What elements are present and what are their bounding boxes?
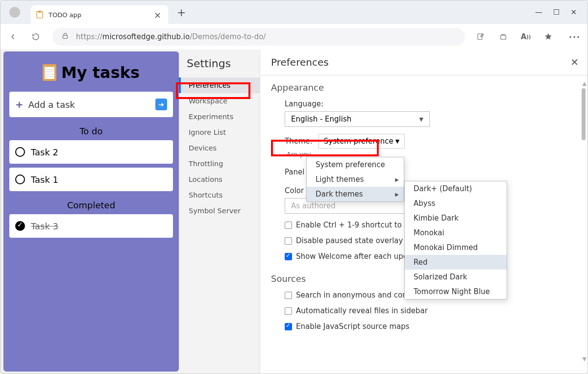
checkbox-reveal[interactable]: Automatically reveal files in sidebar [285,306,577,315]
dark-theme-option[interactable]: Monokai Dimmed [405,240,507,255]
task-label: Task 1 [31,175,58,185]
submenu-caret-icon: ▶ [395,177,399,182]
dark-themes-submenu[interactable]: Dark+ (Default)AbyssKimbie DarkMonokaiMo… [404,181,507,299]
theme-select[interactable]: System preference ▼ [318,134,405,149]
edit-icon[interactable] [472,27,490,47]
tab-title: TODO app [49,11,152,19]
checkbox-icon [285,292,292,299]
theme-label: Theme: [285,137,313,146]
dark-theme-option[interactable]: Abyss [405,196,507,211]
svg-rect-2 [63,35,67,38]
settings-item-shortcuts[interactable]: Shortcuts [179,187,260,203]
checkbox-icon [285,222,292,229]
url-text: https://microsoftedge.github.io/Demos/de… [76,32,266,41]
checked-circle-icon[interactable] [15,221,25,231]
caret-down-icon: ▼ [419,116,423,123]
settings-item-preferences[interactable]: Preferences [179,77,260,93]
settings-item-workspace[interactable]: Workspace [179,93,260,109]
caret-down-icon: ▼ [395,138,399,145]
favorite-icon[interactable] [539,27,557,47]
settings-item-symbol-server[interactable]: Symbol Server [179,203,260,219]
task-label: Task 2 [31,147,58,157]
profile-avatar[interactable] [9,7,20,18]
language-select[interactable]: English - English ▼ [285,111,430,127]
unchecked-circle-icon[interactable] [15,175,25,184]
plus-icon: + [15,99,24,110]
browser-tab[interactable]: TODO app × [31,5,168,24]
dark-theme-option[interactable]: Tomorrow Night Blue [405,284,507,299]
read-aloud-icon[interactable]: A)) [517,27,535,47]
add-task-input[interactable]: + Add a task ➔ [9,92,173,117]
appearance-heading: Appearance [271,82,577,93]
theme-option[interactable]: Light themes▶ [307,172,404,187]
checkbox-icon [285,307,292,315]
preferences-title: Preferences [271,56,577,68]
checkbox-icon [285,237,292,245]
submenu-caret-icon: ▶ [395,192,399,197]
address-bar[interactable]: https://microsoftedge.github.io/Demos/de… [52,28,465,46]
task-item[interactable]: Task 1 [9,168,173,191]
preferences-pane: Preferences ✕ ▲ ▼ Appearance Language: E… [260,50,588,374]
scrollbar-thumb[interactable] [582,88,586,140]
theme-option[interactable]: System preference [307,157,404,172]
task-label: Task 3 [31,221,58,231]
dark-theme-option[interactable]: Solarized Dark [405,270,507,284]
completed-heading: Completed [9,200,173,210]
browser-titlebar: TODO app × + — ☐ ✕ [0,0,588,24]
dark-theme-option[interactable]: Kimbie Dark [405,211,507,225]
new-tab-button[interactable]: + [177,6,186,19]
maximize-icon[interactable]: ☐ [553,8,560,17]
clipboard-icon [43,64,56,81]
settings-title: Settings [179,57,260,77]
collections-icon[interactable] [494,27,512,47]
settings-sidebar: Settings PreferencesWorkspaceExperiments… [179,50,260,374]
back-button[interactable] [3,27,23,47]
dark-theme-option[interactable]: Monokai [405,225,507,240]
add-task-placeholder: Add a task [28,100,75,110]
more-icon[interactable]: ··· [565,27,585,47]
svg-rect-1 [38,11,41,13]
todo-app: My tasks + Add a task ➔ To do Task 2Task… [3,51,179,372]
theme-option[interactable]: Dark themes▶ [307,187,404,201]
scroll-down-icon[interactable]: ▼ [583,356,587,362]
task-item[interactable]: Task 2 [9,140,173,164]
dark-theme-option[interactable]: Dark+ (Default) [405,181,507,196]
settings-item-locations[interactable]: Locations [179,172,260,187]
checkbox-checked-icon [285,323,292,330]
settings-item-ignore-list[interactable]: Ignore List [179,125,260,140]
theme-dropdown[interactable]: System preferenceLight themes▶Dark theme… [306,157,404,202]
preferences-close-icon[interactable]: ✕ [570,56,579,68]
app-title: My tasks [9,63,173,82]
browser-toolbar: https://microsoftedge.github.io/Demos/de… [0,24,588,50]
lock-icon [61,32,69,42]
refresh-button[interactable] [26,27,46,47]
todo-heading: To do [9,126,173,136]
add-task-submit-icon[interactable]: ➔ [155,99,167,110]
dark-theme-option[interactable]: Red [405,255,507,270]
checkbox-jsmaps[interactable]: Enable JavaScript source maps [285,322,577,331]
svg-rect-4 [501,35,506,39]
scroll-up-icon[interactable]: ▲ [583,80,587,87]
tab-favicon-icon [36,11,44,19]
settings-item-experiments[interactable]: Experiments [179,109,260,125]
settings-item-devices[interactable]: Devices [179,140,260,156]
language-label: Language: [285,100,577,108]
settings-item-throttling[interactable]: Throttling [179,156,260,172]
tab-close-icon[interactable]: × [152,10,163,20]
checkbox-checked-icon [285,253,292,260]
unchecked-circle-icon[interactable] [15,147,25,157]
task-item-completed[interactable]: Task 3 [9,214,173,238]
close-icon[interactable]: ✕ [570,8,577,17]
minimize-icon[interactable]: — [535,8,542,17]
